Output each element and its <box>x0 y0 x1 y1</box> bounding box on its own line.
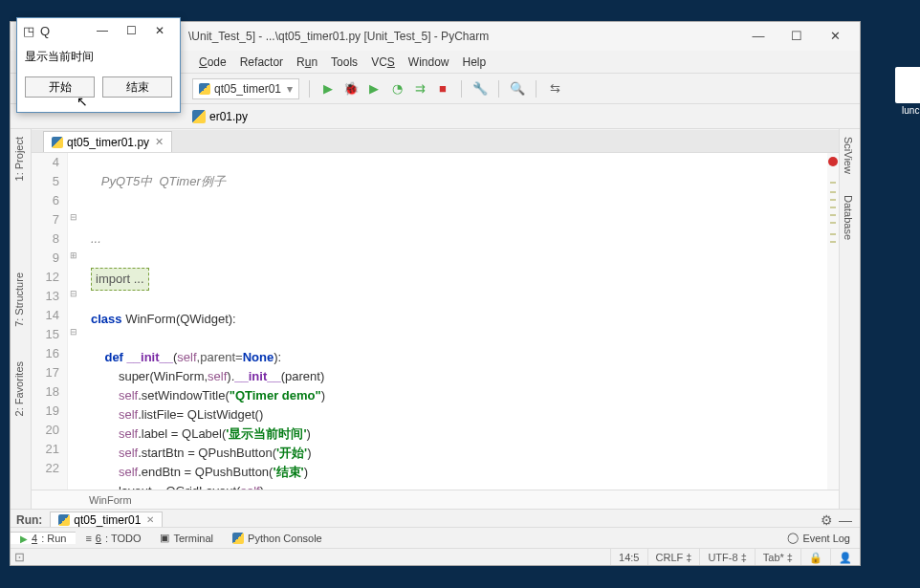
status-bar: ⊡ 14:5 CRLF ‡ UTF-8 ‡ Tab* ‡ 🔒 👤 <box>11 548 860 565</box>
close-button[interactable]: ✕ <box>145 24 174 37</box>
python-icon <box>192 110 206 123</box>
play-icon: ▶ <box>20 534 28 544</box>
tab-project[interactable]: 1: Project <box>11 129 28 188</box>
minimize-button[interactable]: — <box>88 24 117 37</box>
end-button[interactable]: 结束 <box>102 76 172 98</box>
file-tab-qt05[interactable]: qt05_timer01.py ✕ <box>43 131 172 152</box>
terminal-icon: ▣ <box>160 532 169 544</box>
tab-python-console[interactable]: Python Console <box>223 533 332 544</box>
dialog-titlebar[interactable]: ◳ Q — ☐ ✕ <box>17 18 180 43</box>
run-label: Run: <box>16 513 42 527</box>
hector-icon[interactable]: 👤 <box>830 549 860 565</box>
left-tool-stripe: 1: Project 7: Structure 2: Favorites <box>11 129 32 512</box>
settings-icon[interactable]: 🔧 <box>471 80 489 98</box>
minimize-button[interactable]: — <box>739 24 778 49</box>
menu-run[interactable]: Run <box>290 55 324 69</box>
indent[interactable]: Tab* ‡ <box>755 549 800 565</box>
qtimer-dialog[interactable]: ◳ Q — ☐ ✕ 显示当前时间 开始 结束 <box>16 17 181 113</box>
stop-icon[interactable]: ■ <box>434 80 451 98</box>
dialog-title: Q <box>40 24 50 38</box>
run-icon[interactable]: ▶ <box>319 80 337 98</box>
python-icon <box>58 514 70 526</box>
tab-structure[interactable]: 7: Structure <box>11 265 28 335</box>
tab-terminal[interactable]: ▣Terminal <box>150 532 223 544</box>
code-area[interactable]: PyQT5中 QTimer例子 ... import ... class Win… <box>83 153 827 490</box>
error-stripe[interactable] <box>827 153 839 490</box>
menu-vcs[interactable]: VCS <box>364 55 402 69</box>
desktop-icon-lunch[interactable]: lunch <box>889 67 920 116</box>
encoding[interactable]: UTF-8 ‡ <box>699 549 754 565</box>
bottom-toolbar: ▶4: Run ≡ 6: TODO ▣Terminal Python Conso… <box>11 527 860 548</box>
structure-icon[interactable]: ⇆ <box>546 80 563 98</box>
menu-refactor[interactable]: Refactor <box>233 55 290 69</box>
tab-database[interactable]: Database <box>840 187 857 248</box>
profile-icon[interactable]: ◔ <box>388 80 405 98</box>
balloon-icon: ◯ <box>787 532 799 544</box>
minimize-icon[interactable]: — <box>839 512 852 528</box>
caret-position[interactable]: 14:5 <box>610 549 646 565</box>
debug-icon[interactable]: 🐞 <box>342 80 360 98</box>
search-icon[interactable]: 🔍 <box>509 80 526 98</box>
tab-sciview[interactable]: SciView <box>840 129 857 182</box>
menu-help[interactable]: Help <box>456 55 493 69</box>
run-config-combo[interactable]: qt05_timer01▾ <box>192 78 299 99</box>
close-button[interactable]: ✕ <box>816 24 854 49</box>
gear-icon[interactable]: ⚙ <box>821 512 833 528</box>
maximize-button[interactable]: ☐ <box>778 24 816 49</box>
run-tab[interactable]: qt05_timer01 ✕ <box>50 512 163 529</box>
menu-code[interactable]: Code <box>192 55 233 69</box>
error-marker-icon[interactable] <box>828 157 838 166</box>
close-icon[interactable]: ✕ <box>146 514 154 525</box>
python-icon <box>52 137 63 148</box>
tool-windows-icon[interactable]: ⊡ <box>11 550 28 564</box>
gutter: 4567891213141516171819202122 <box>32 153 68 490</box>
time-label: 显示当前时间 <box>17 43 180 71</box>
app-icon: ◳ <box>23 24 36 37</box>
concurrency-icon[interactable]: ⇉ <box>411 80 428 98</box>
start-button[interactable]: 开始 <box>25 76 95 98</box>
run-coverage-icon[interactable]: ▶ <box>365 80 383 98</box>
maximize-button[interactable]: ☐ <box>117 24 145 37</box>
lock-icon[interactable]: 🔒 <box>800 549 830 565</box>
menu-window[interactable]: Window <box>402 55 456 69</box>
tab-todo[interactable]: ≡ 6: TODO <box>76 533 150 544</box>
line-ending[interactable]: CRLF ‡ <box>647 549 700 565</box>
right-tool-stripe: SciView Database <box>839 129 860 512</box>
python-icon <box>232 533 244 544</box>
tab-event-log[interactable]: ◯Event Log <box>778 532 860 544</box>
tab-favorites[interactable]: 2: Favorites <box>11 354 28 424</box>
breadcrumb[interactable]: WinForm <box>32 490 839 509</box>
fold-column[interactable]: ⊟ ⊞ ⊟ ⊟ <box>68 153 83 490</box>
tab-run[interactable]: ▶4: Run <box>11 532 76 544</box>
editor-tabs: qt05_timer01.py ✕ <box>32 130 839 153</box>
python-icon <box>199 83 210 95</box>
menu-tools[interactable]: Tools <box>324 55 364 69</box>
code-editor[interactable]: 4567891213141516171819202122 ⊟ ⊞ ⊟ ⊟ PyQ… <box>32 153 839 490</box>
close-tab-icon[interactable]: ✕ <box>155 136 164 148</box>
